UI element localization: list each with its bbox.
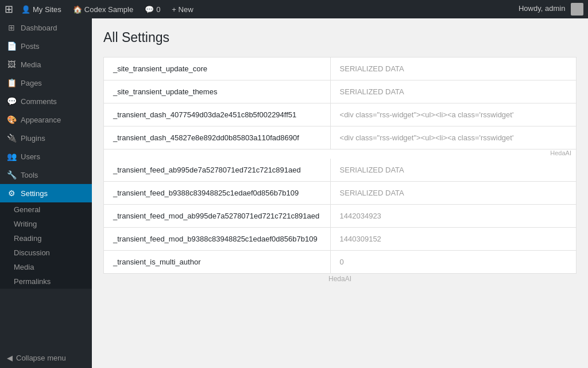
collapse-label: Collapse menu — [16, 354, 66, 362]
comments-sidebar-icon: 💬 — [7, 97, 16, 106]
appearance-icon: 🎨 — [7, 115, 16, 124]
tools-icon: 🔧 — [7, 170, 16, 179]
setting-value: 1440309152 — [331, 228, 576, 250]
sidebar-item-appearance[interactable]: 🎨 Appearance — [0, 110, 92, 129]
setting-key: _transient_dash_4077549d03da2e451c8b5f00… — [104, 103, 331, 126]
adminbar-user: Howdy, admin — [519, 3, 583, 16]
table-row: _transient_feed_mod_ab995de7a5278071ed72… — [104, 205, 576, 228]
sidebar-label-comments: Comments — [21, 97, 57, 106]
posts-icon: 📄 — [7, 41, 16, 51]
settings-icon: ⚙ — [7, 189, 16, 198]
setting-value: SERIALIZED DATA — [331, 182, 576, 204]
permalinks-label: Permalinks — [14, 277, 51, 286]
table-row: _transient_dash_45827e8e892dd0b85803a110… — [104, 126, 576, 150]
setting-key: _transient_feed_ab995de7a5278071ed721c72… — [104, 159, 331, 181]
main-layout: ⊞ Dashboard 📄 Posts 🖼 Media 📋 Pages 💬 Co… — [0, 18, 588, 368]
setting-key: _transient_is_multi_author — [104, 251, 331, 273]
adminbar-new[interactable]: + New — [166, 0, 199, 18]
table-row: _site_transient_update_themesSERIALIZED … — [104, 80, 576, 103]
adminbar-my-sites[interactable]: 👤 My Sites — [16, 0, 67, 18]
sidebar-item-tools[interactable]: 🔧 Tools — [0, 166, 92, 184]
media-sub-label: Media — [14, 263, 34, 271]
setting-value: 1442034923 — [331, 205, 576, 227]
my-sites-label: My Sites — [33, 5, 61, 14]
sidebar-label-settings: Settings — [21, 189, 48, 198]
setting-key: _transient_feed_mod_ab995de7a5278071ed72… — [104, 205, 331, 227]
sidebar-label-media: Media — [21, 60, 41, 69]
table-row: _transient_feed_ab995de7a5278071ed721c72… — [104, 159, 576, 182]
sidebar-label-dashboard: Dashboard — [21, 24, 57, 32]
media-icon: 🖼 — [7, 60, 16, 69]
sidebar-item-media[interactable]: 🖼 Media — [0, 55, 92, 74]
adminbar-site[interactable]: 🏠 Codex Sample — [67, 0, 139, 18]
sidebar-label-plugins: Plugins — [21, 134, 45, 143]
settings-table: _site_transient_update_coreSERIALIZED DA… — [103, 57, 577, 274]
sidebar: ⊞ Dashboard 📄 Posts 🖼 Media 📋 Pages 💬 Co… — [0, 18, 92, 368]
sidebar-submenu-writing[interactable]: Writing — [0, 217, 92, 231]
setting-value: SERIALIZED DATA — [331, 159, 576, 181]
setting-key: _transient_dash_45827e8e892dd0b85803a110… — [104, 126, 331, 149]
sidebar-item-plugins[interactable]: 🔌 Plugins — [0, 129, 92, 147]
dashboard-icon: ⊞ — [7, 23, 16, 32]
setting-value: SERIALIZED DATA — [331, 57, 576, 80]
main-content: All Settings _site_transient_update_core… — [92, 18, 588, 368]
setting-key: _transient_feed_mod_b9388c83948825c1edae… — [104, 228, 331, 250]
sidebar-item-posts[interactable]: 📄 Posts — [0, 37, 92, 55]
adminbar-comments-count: 0 — [156, 5, 160, 14]
settings-submenu: General Writing Reading Discussion Media… — [0, 202, 92, 289]
table-row: _transient_feed_b9388c83948825c1edaef0d8… — [104, 182, 576, 205]
setting-value: <div class="rss-widget"><ul><li><a class… — [331, 103, 576, 126]
sidebar-label-tools: Tools — [21, 171, 38, 179]
user-avatar — [571, 3, 583, 16]
howdy-text: Howdy, admin — [519, 4, 565, 13]
pages-icon: 📋 — [7, 78, 16, 87]
adminbar-items: 👤 My Sites 🏠 Codex Sample 💬 0 + New — [16, 0, 519, 18]
plugins-icon: 🔌 — [7, 133, 16, 143]
sidebar-item-pages[interactable]: 📋 Pages — [0, 74, 92, 92]
sidebar-label-appearance: Appearance — [21, 116, 61, 124]
setting-key: _transient_feed_b9388c83948825c1edaef0d8… — [104, 182, 331, 204]
sidebar-label-users: Users — [21, 152, 40, 161]
table-row: _transient_feed_mod_b9388c83948825c1edae… — [104, 228, 576, 251]
reading-label: Reading — [14, 234, 41, 243]
setting-value: SERIALIZED DATA — [331, 80, 576, 103]
sidebar-submenu-permalinks[interactable]: Permalinks — [0, 274, 92, 289]
adminbar-site-label: Codex Sample — [84, 5, 133, 14]
my-sites-icon: 👤 — [21, 5, 30, 14]
setting-value: 0 — [331, 251, 576, 273]
watermark-bottom: HedaAI — [103, 274, 577, 286]
sidebar-submenu-discussion[interactable]: Discussion — [0, 246, 92, 260]
collapse-menu-button[interactable]: ◀ Collapse menu — [0, 348, 92, 368]
table-row: _transient_dash_4077549d03da2e451c8b5f00… — [104, 103, 576, 126]
comments-icon: 💬 — [145, 5, 154, 14]
sidebar-submenu-general[interactable]: General — [0, 202, 92, 217]
page-title: All Settings — [103, 30, 577, 45]
discussion-label: Discussion — [14, 248, 50, 257]
users-icon: 👥 — [7, 152, 16, 161]
writing-label: Writing — [14, 220, 37, 228]
setting-key: _site_transient_update_themes — [104, 80, 331, 103]
watermark-mid: HedaAI — [104, 150, 576, 159]
sidebar-item-dashboard[interactable]: ⊞ Dashboard — [0, 18, 92, 37]
adminbar-new-label: + New — [172, 5, 193, 14]
setting-key: _site_transient_update_core — [104, 57, 331, 80]
sidebar-submenu-media[interactable]: Media — [0, 260, 92, 274]
sidebar-label-posts: Posts — [21, 42, 40, 51]
table-row: _transient_is_multi_author0 — [104, 251, 576, 273]
admin-bar: ⊞ 👤 My Sites 🏠 Codex Sample 💬 0 + New Ho… — [0, 0, 588, 18]
table-row: _site_transient_update_coreSERIALIZED DA… — [104, 57, 576, 80]
collapse-icon: ◀ — [7, 354, 13, 362]
sidebar-item-comments[interactable]: 💬 Comments — [0, 92, 92, 110]
sidebar-item-settings[interactable]: ⚙ Settings — [0, 184, 92, 202]
setting-value: <div class="rss-widget"><ul><li><a class… — [331, 126, 576, 149]
sidebar-label-pages: Pages — [21, 79, 42, 87]
adminbar-comments[interactable]: 💬 0 — [139, 0, 166, 18]
general-label: General — [14, 205, 40, 214]
sidebar-submenu-reading[interactable]: Reading — [0, 231, 92, 246]
site-icon: 🏠 — [73, 5, 82, 14]
sidebar-item-users[interactable]: 👥 Users — [0, 147, 92, 166]
wp-logo-icon[interactable]: ⊞ — [5, 3, 13, 16]
